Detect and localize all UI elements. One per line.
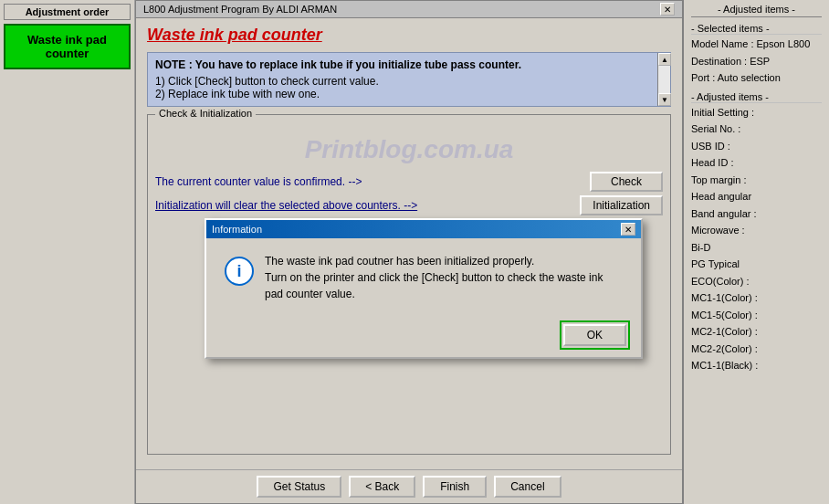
dialog-title: Information bbox=[212, 224, 262, 235]
selected-items-title: - Selected items - bbox=[691, 23, 822, 35]
init-row: Initialization will clear the selected a… bbox=[155, 195, 663, 215]
destination: Destination : ESP bbox=[691, 54, 822, 69]
serial-no: Serial No. : bbox=[691, 121, 822, 137]
check-init-label: Check & Initialization bbox=[155, 108, 256, 119]
note-bold-line: NOTE : You have to replace ink tube if y… bbox=[155, 58, 652, 71]
dialog-body: i The waste ink pad coutner has been ini… bbox=[206, 238, 641, 317]
counter-text: The current counter value is confirmed. … bbox=[155, 175, 590, 188]
get-status-button[interactable]: Get Status bbox=[257, 476, 341, 498]
dialog-line1: The waste ink pad coutner has been initi… bbox=[265, 253, 623, 269]
usb-id: USB ID : bbox=[691, 139, 822, 154]
note-box: NOTE : You have to replace ink tube if y… bbox=[147, 52, 671, 107]
info-icon: i bbox=[225, 257, 254, 286]
scroll-down-btn[interactable]: ▼ bbox=[658, 93, 671, 106]
center-panel: L800 Adjustment Program By ALDI ARMAN ✕ … bbox=[135, 0, 683, 504]
dialog-close-button[interactable]: ✕ bbox=[621, 223, 635, 236]
adjusted-items-title: - Adjusted items - bbox=[691, 91, 822, 103]
top-margin: Top margin : bbox=[691, 173, 822, 188]
dialog-box: Information ✕ i The waste ink pad coutne… bbox=[205, 218, 643, 359]
note-line2: 2) Replace ink tube with new one. bbox=[155, 88, 652, 100]
app-title: L800 Adjustment Program By ALDI ARMAN bbox=[143, 4, 337, 15]
note-line1: 1) Click [Check] button to check current… bbox=[155, 75, 652, 88]
left-panel: Adjustment order Waste ink pad counter bbox=[0, 0, 135, 504]
dialog-line2: Turn on the printer and click the [Check… bbox=[265, 269, 623, 286]
center-close-button[interactable]: ✕ bbox=[660, 3, 675, 16]
microwave: Microwave : bbox=[691, 223, 822, 238]
scroll-up-btn[interactable]: ▲ bbox=[658, 53, 671, 66]
band-angular: Band angular : bbox=[691, 206, 822, 222]
note-scrollbar[interactable]: ▲ ▼ bbox=[657, 53, 670, 106]
check-button[interactable]: Check bbox=[590, 172, 663, 192]
init-text: Initialization will clear the selected a… bbox=[155, 199, 580, 212]
mc2-2-color: MC2-2(Color) : bbox=[691, 341, 822, 357]
page-title: Waste ink pad counter bbox=[147, 26, 671, 45]
adjustment-order-title: Adjustment order bbox=[4, 4, 131, 20]
dialog-titlebar: Information ✕ bbox=[206, 220, 641, 238]
dialog-line3: pad counter value. bbox=[265, 286, 623, 302]
initialization-button[interactable]: Initialization bbox=[580, 195, 663, 215]
bottom-bar: Get Status < Back Finish Cancel bbox=[136, 469, 682, 503]
mc1-5-color: MC1-5(Color) : bbox=[691, 308, 822, 323]
counter-row: The current counter value is confirmed. … bbox=[155, 172, 663, 192]
watermark: Printblog.com.ua bbox=[155, 135, 663, 164]
mc1-1-black: MC1-1(Black) : bbox=[691, 358, 822, 373]
port: Port : Auto selection bbox=[691, 70, 822, 86]
cancel-button[interactable]: Cancel bbox=[494, 476, 561, 498]
dialog-footer: OK bbox=[206, 317, 641, 357]
dialog-message: The waste ink pad coutner has been initi… bbox=[265, 253, 623, 302]
eco-color: ECO(Color) : bbox=[691, 274, 822, 289]
pg-typical: PG Typical bbox=[691, 257, 822, 272]
scroll-track bbox=[658, 66, 670, 93]
right-panel: - Adjusted items - - Selected items - Mo… bbox=[683, 0, 829, 504]
waste-ink-pad-item[interactable]: Waste ink pad counter bbox=[4, 24, 131, 69]
center-titlebar: L800 Adjustment Program By ALDI ARMAN ✕ bbox=[136, 1, 682, 18]
mc2-1-color: MC2-1(Color) : bbox=[691, 324, 822, 340]
back-button[interactable]: < Back bbox=[349, 476, 415, 498]
right-panel-title: - Adjusted items - bbox=[691, 4, 822, 17]
bi-d: Bi-D bbox=[691, 240, 822, 256]
dialog-ok-button[interactable]: OK bbox=[563, 324, 626, 346]
model-name: Model Name : Epson L800 bbox=[691, 37, 822, 52]
finish-button[interactable]: Finish bbox=[423, 476, 487, 498]
head-id: Head ID : bbox=[691, 155, 822, 171]
mc1-1-color: MC1-1(Color) : bbox=[691, 290, 822, 306]
head-angular: Head angular bbox=[691, 189, 822, 205]
initial-setting: Initial Setting : bbox=[691, 105, 822, 121]
